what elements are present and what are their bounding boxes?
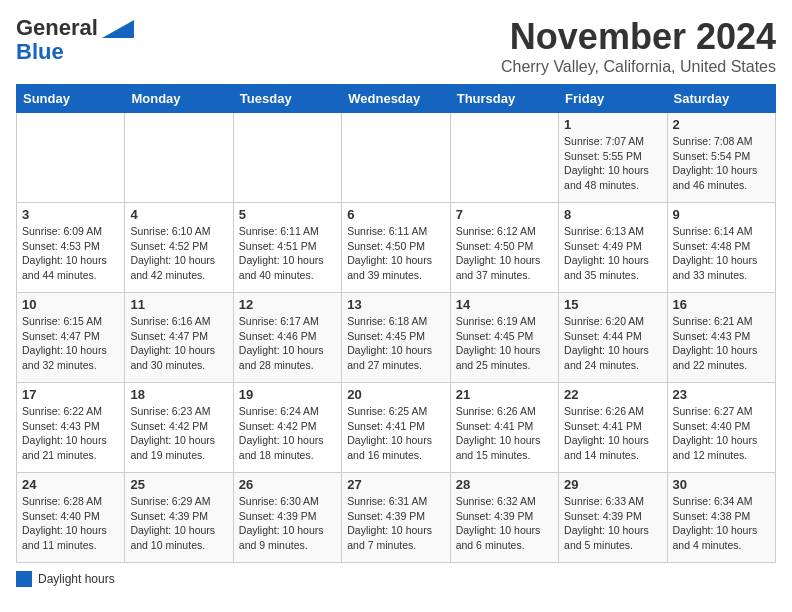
day-info: Sunrise: 6:31 AMSunset: 4:39 PMDaylight:…	[347, 494, 444, 553]
day-number: 16	[673, 297, 770, 312]
day-info: Sunrise: 6:33 AMSunset: 4:39 PMDaylight:…	[564, 494, 661, 553]
calendar-cell: 2Sunrise: 7:08 AMSunset: 5:54 PMDaylight…	[667, 113, 775, 203]
month-title: November 2024	[501, 16, 776, 58]
calendar-header-thursday: Thursday	[450, 85, 558, 113]
day-info: Sunrise: 6:18 AMSunset: 4:45 PMDaylight:…	[347, 314, 444, 373]
calendar-week-1: 1Sunrise: 7:07 AMSunset: 5:55 PMDaylight…	[17, 113, 776, 203]
title-section: November 2024 Cherry Valley, California,…	[501, 16, 776, 76]
calendar-cell: 26Sunrise: 6:30 AMSunset: 4:39 PMDayligh…	[233, 473, 341, 563]
svg-marker-0	[102, 20, 134, 38]
day-number: 10	[22, 297, 119, 312]
day-number: 24	[22, 477, 119, 492]
calendar-cell: 30Sunrise: 6:34 AMSunset: 4:38 PMDayligh…	[667, 473, 775, 563]
calendar-table: SundayMondayTuesdayWednesdayThursdayFrid…	[16, 84, 776, 563]
calendar-cell	[233, 113, 341, 203]
day-info: Sunrise: 6:30 AMSunset: 4:39 PMDaylight:…	[239, 494, 336, 553]
calendar-header-friday: Friday	[559, 85, 667, 113]
day-info: Sunrise: 6:32 AMSunset: 4:39 PMDaylight:…	[456, 494, 553, 553]
day-number: 8	[564, 207, 661, 222]
calendar-cell: 10Sunrise: 6:15 AMSunset: 4:47 PMDayligh…	[17, 293, 125, 383]
logo: GeneralBlue	[16, 16, 134, 64]
calendar-header-tuesday: Tuesday	[233, 85, 341, 113]
legend-label: Daylight hours	[38, 572, 115, 586]
calendar-cell	[125, 113, 233, 203]
logo-text: GeneralBlue	[16, 16, 98, 64]
day-info: Sunrise: 7:07 AMSunset: 5:55 PMDaylight:…	[564, 134, 661, 193]
day-number: 17	[22, 387, 119, 402]
day-info: Sunrise: 6:09 AMSunset: 4:53 PMDaylight:…	[22, 224, 119, 283]
day-number: 7	[456, 207, 553, 222]
day-info: Sunrise: 6:11 AMSunset: 4:51 PMDaylight:…	[239, 224, 336, 283]
calendar-cell: 14Sunrise: 6:19 AMSunset: 4:45 PMDayligh…	[450, 293, 558, 383]
calendar-cell: 13Sunrise: 6:18 AMSunset: 4:45 PMDayligh…	[342, 293, 450, 383]
calendar-cell: 25Sunrise: 6:29 AMSunset: 4:39 PMDayligh…	[125, 473, 233, 563]
calendar-cell: 28Sunrise: 6:32 AMSunset: 4:39 PMDayligh…	[450, 473, 558, 563]
calendar-week-2: 3Sunrise: 6:09 AMSunset: 4:53 PMDaylight…	[17, 203, 776, 293]
calendar-cell: 15Sunrise: 6:20 AMSunset: 4:44 PMDayligh…	[559, 293, 667, 383]
day-info: Sunrise: 6:15 AMSunset: 4:47 PMDaylight:…	[22, 314, 119, 373]
day-number: 18	[130, 387, 227, 402]
day-number: 26	[239, 477, 336, 492]
day-number: 28	[456, 477, 553, 492]
day-info: Sunrise: 6:24 AMSunset: 4:42 PMDaylight:…	[239, 404, 336, 463]
day-info: Sunrise: 6:29 AMSunset: 4:39 PMDaylight:…	[130, 494, 227, 553]
calendar-week-4: 17Sunrise: 6:22 AMSunset: 4:43 PMDayligh…	[17, 383, 776, 473]
legend-box	[16, 571, 32, 587]
day-number: 13	[347, 297, 444, 312]
day-number: 12	[239, 297, 336, 312]
day-number: 29	[564, 477, 661, 492]
calendar-cell: 17Sunrise: 6:22 AMSunset: 4:43 PMDayligh…	[17, 383, 125, 473]
day-info: Sunrise: 6:11 AMSunset: 4:50 PMDaylight:…	[347, 224, 444, 283]
day-info: Sunrise: 6:26 AMSunset: 4:41 PMDaylight:…	[456, 404, 553, 463]
calendar-header-row: SundayMondayTuesdayWednesdayThursdayFrid…	[17, 85, 776, 113]
location-title: Cherry Valley, California, United States	[501, 58, 776, 76]
day-info: Sunrise: 6:21 AMSunset: 4:43 PMDaylight:…	[673, 314, 770, 373]
day-info: Sunrise: 6:26 AMSunset: 4:41 PMDaylight:…	[564, 404, 661, 463]
day-number: 4	[130, 207, 227, 222]
calendar-cell: 4Sunrise: 6:10 AMSunset: 4:52 PMDaylight…	[125, 203, 233, 293]
calendar-cell: 27Sunrise: 6:31 AMSunset: 4:39 PMDayligh…	[342, 473, 450, 563]
day-number: 11	[130, 297, 227, 312]
day-number: 21	[456, 387, 553, 402]
day-number: 5	[239, 207, 336, 222]
calendar-cell: 6Sunrise: 6:11 AMSunset: 4:50 PMDaylight…	[342, 203, 450, 293]
calendar-cell: 5Sunrise: 6:11 AMSunset: 4:51 PMDaylight…	[233, 203, 341, 293]
calendar-cell: 21Sunrise: 6:26 AMSunset: 4:41 PMDayligh…	[450, 383, 558, 473]
day-info: Sunrise: 6:13 AMSunset: 4:49 PMDaylight:…	[564, 224, 661, 283]
legend: Daylight hours	[16, 571, 776, 587]
page-header: GeneralBlue November 2024 Cherry Valley,…	[16, 16, 776, 76]
calendar-header-sunday: Sunday	[17, 85, 125, 113]
calendar-cell: 3Sunrise: 6:09 AMSunset: 4:53 PMDaylight…	[17, 203, 125, 293]
calendar-cell: 8Sunrise: 6:13 AMSunset: 4:49 PMDaylight…	[559, 203, 667, 293]
calendar-cell: 23Sunrise: 6:27 AMSunset: 4:40 PMDayligh…	[667, 383, 775, 473]
calendar-cell: 24Sunrise: 6:28 AMSunset: 4:40 PMDayligh…	[17, 473, 125, 563]
day-info: Sunrise: 6:20 AMSunset: 4:44 PMDaylight:…	[564, 314, 661, 373]
calendar-cell: 1Sunrise: 7:07 AMSunset: 5:55 PMDaylight…	[559, 113, 667, 203]
calendar-cell: 9Sunrise: 6:14 AMSunset: 4:48 PMDaylight…	[667, 203, 775, 293]
calendar-week-5: 24Sunrise: 6:28 AMSunset: 4:40 PMDayligh…	[17, 473, 776, 563]
day-info: Sunrise: 6:16 AMSunset: 4:47 PMDaylight:…	[130, 314, 227, 373]
day-number: 15	[564, 297, 661, 312]
day-info: Sunrise: 6:23 AMSunset: 4:42 PMDaylight:…	[130, 404, 227, 463]
day-number: 27	[347, 477, 444, 492]
day-number: 30	[673, 477, 770, 492]
calendar-week-3: 10Sunrise: 6:15 AMSunset: 4:47 PMDayligh…	[17, 293, 776, 383]
calendar-cell	[342, 113, 450, 203]
logo-blue: Blue	[16, 39, 64, 64]
day-info: Sunrise: 6:10 AMSunset: 4:52 PMDaylight:…	[130, 224, 227, 283]
calendar-cell: 19Sunrise: 6:24 AMSunset: 4:42 PMDayligh…	[233, 383, 341, 473]
day-number: 3	[22, 207, 119, 222]
calendar-cell: 18Sunrise: 6:23 AMSunset: 4:42 PMDayligh…	[125, 383, 233, 473]
calendar-cell: 12Sunrise: 6:17 AMSunset: 4:46 PMDayligh…	[233, 293, 341, 383]
day-info: Sunrise: 6:19 AMSunset: 4:45 PMDaylight:…	[456, 314, 553, 373]
calendar-cell: 22Sunrise: 6:26 AMSunset: 4:41 PMDayligh…	[559, 383, 667, 473]
day-number: 1	[564, 117, 661, 132]
day-info: Sunrise: 6:25 AMSunset: 4:41 PMDaylight:…	[347, 404, 444, 463]
day-info: Sunrise: 6:14 AMSunset: 4:48 PMDaylight:…	[673, 224, 770, 283]
day-number: 25	[130, 477, 227, 492]
calendar-header-saturday: Saturday	[667, 85, 775, 113]
day-info: Sunrise: 6:27 AMSunset: 4:40 PMDaylight:…	[673, 404, 770, 463]
logo-general: General	[16, 15, 98, 40]
day-number: 9	[673, 207, 770, 222]
day-info: Sunrise: 6:28 AMSunset: 4:40 PMDaylight:…	[22, 494, 119, 553]
